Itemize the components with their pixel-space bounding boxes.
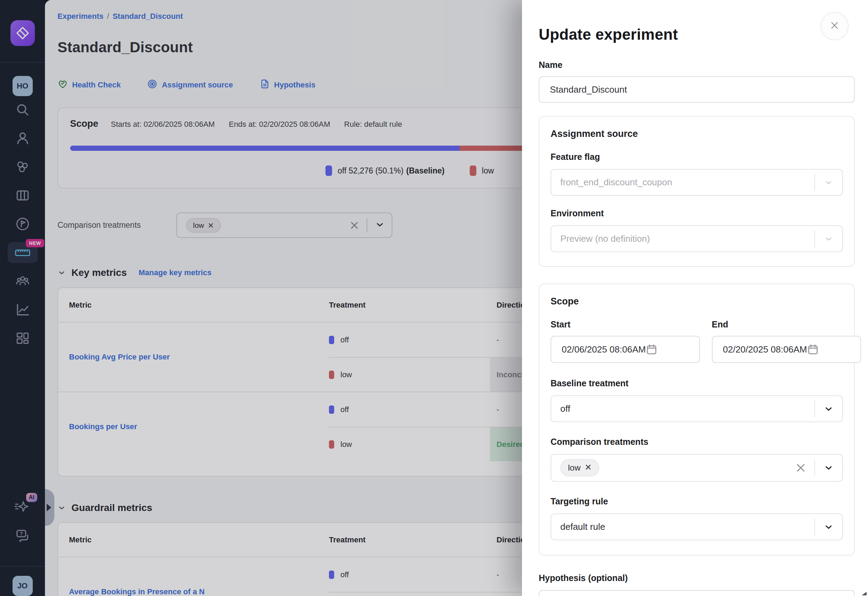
environment-label: Environment [551,208,843,218]
chevron-down-icon [815,178,842,187]
baseline-treatment-label: Baseline treatment [551,378,843,388]
targeting-rule-select[interactable]: default rule [551,513,843,540]
chip-remove-icon[interactable] [585,463,592,473]
chevron-down-icon [815,522,842,532]
treatment-chip: low [560,459,599,477]
close-icon [829,20,840,32]
environment-select[interactable]: Preview (no definition) [551,226,843,252]
end-date-input[interactable]: 02/20/2025 08:06AM [712,336,861,363]
end-label: End [712,319,861,329]
assignment-source-card: Assignment source Feature flag front_end… [539,116,855,267]
start-date-input[interactable]: 02/06/2025 08:06AM [551,336,700,363]
hypothesis-label: Hypothesis (optional) [539,573,855,583]
scope-card-title: Scope [551,296,843,307]
comparison-treatments-label: Comparison treatments [551,437,843,447]
name-input[interactable]: Standard_Discount [539,76,855,103]
calendar-icon [807,344,819,355]
hypothesis-textarea[interactable] [539,590,855,596]
clear-selection-icon[interactable] [796,463,814,473]
targeting-rule-label: Targeting rule [551,496,843,506]
baseline-treatment-select[interactable]: off [551,395,843,422]
panel-title: Update experiment [539,26,855,43]
update-experiment-panel: Update experiment Name Standard_Discount… [522,0,868,596]
scope-card: Scope Start End 02/06/2025 08:06AM 02/20… [539,283,855,556]
calendar-icon [646,344,657,355]
chevron-down-icon [815,463,842,473]
start-label: Start [551,319,700,329]
comparison-treatments-select[interactable]: low [551,454,843,482]
chevron-down-icon [815,404,842,414]
resize-grip[interactable] [862,592,867,595]
feature-flag-select[interactable]: front_end_discount_coupon [551,169,843,196]
name-label: Name [539,60,855,70]
feature-flag-label: Feature flag [551,152,843,162]
modal-overlay[interactable] [0,0,522,596]
close-panel-button[interactable] [820,12,849,40]
chevron-down-icon [815,235,842,243]
assignment-source-card-title: Assignment source [551,128,843,139]
